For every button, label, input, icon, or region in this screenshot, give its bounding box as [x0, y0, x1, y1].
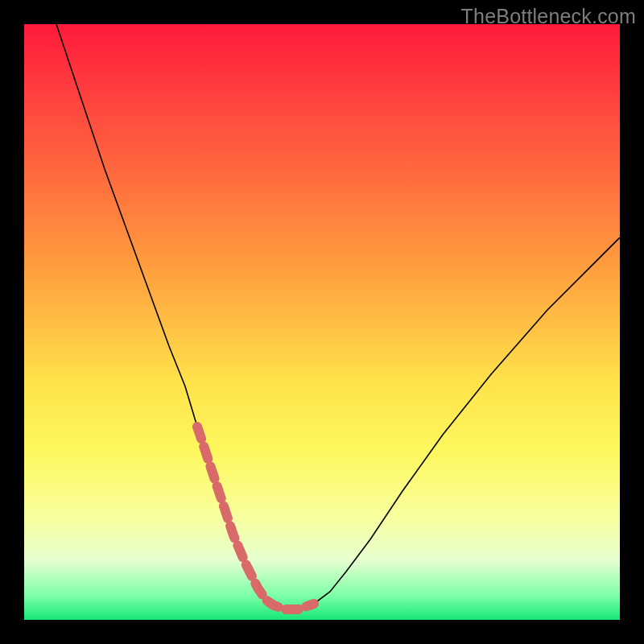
bottleneck-plot	[24, 24, 620, 620]
bottom-highlight-dash	[197, 427, 314, 609]
bottleneck-curve	[56, 24, 620, 609]
watermark-text: TheBottleneck.com	[461, 5, 636, 28]
chart-area	[24, 24, 620, 620]
